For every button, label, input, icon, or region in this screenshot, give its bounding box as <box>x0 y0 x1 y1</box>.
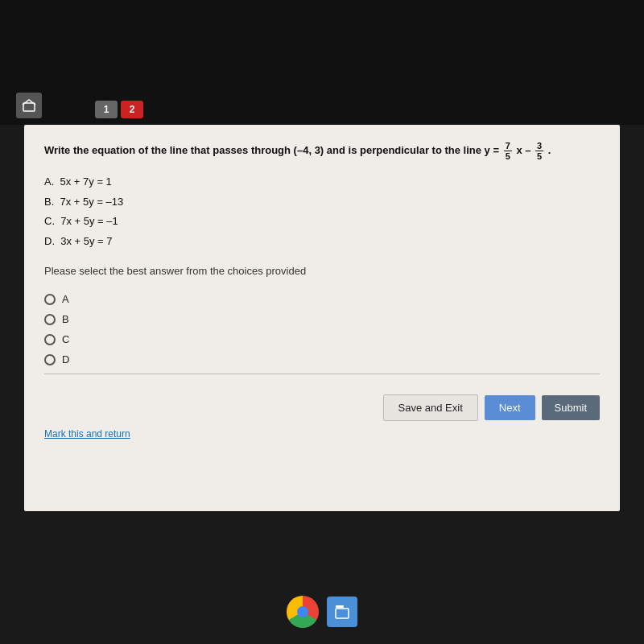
choice-d: D. 3x + 5y = 7 <box>44 233 600 250</box>
choice-a: A. 5x + 7y = 1 <box>44 174 600 190</box>
svg-rect-1 <box>336 605 344 608</box>
radio-item-a[interactable]: A <box>44 293 600 305</box>
next-button[interactable]: Next <box>485 395 535 420</box>
tab-2[interactable]: 2 <box>121 101 143 118</box>
choice-c: C. 7x + 5y = –1 <box>44 213 600 229</box>
tab-container: 1 2 <box>95 101 143 118</box>
radio-c[interactable] <box>44 334 56 345</box>
choices-list: A. 5x + 7y = 1 B. 7x + 5y = –13 C. 7x + … <box>44 174 600 249</box>
radio-b[interactable] <box>44 314 56 325</box>
instruction-text: Please select the best answer from the c… <box>44 265 600 277</box>
radio-item-d[interactable]: D <box>44 353 600 365</box>
mark-link[interactable]: Mark this and return <box>44 428 130 440</box>
choice-b: B. 7x + 5y = –13 <box>44 194 600 210</box>
home-icon[interactable] <box>16 93 42 118</box>
quiz-panel: Write the equation of the line that pass… <box>24 125 620 511</box>
svg-rect-2 <box>336 609 349 618</box>
bottom-dock <box>0 596 644 628</box>
radio-a[interactable] <box>44 294 56 305</box>
separator <box>44 374 600 374</box>
fraction-2: 3 5 <box>535 141 543 161</box>
files-icon[interactable] <box>327 597 357 627</box>
svg-rect-0 <box>23 103 35 111</box>
submit-button[interactable]: Submit <box>542 395 600 420</box>
save-exit-button[interactable]: Save and Exit <box>383 394 478 421</box>
button-bar: Save and Exit Next Submit <box>44 386 600 425</box>
question-text: Write the equation of the line that pass… <box>44 141 600 161</box>
top-bar: 1 2 <box>0 0 644 125</box>
chrome-icon[interactable] <box>287 596 319 628</box>
radio-d[interactable] <box>44 354 56 365</box>
radio-group: A B C D <box>44 293 600 365</box>
tab-1[interactable]: 1 <box>95 101 118 118</box>
radio-item-c[interactable]: C <box>44 333 600 345</box>
radio-item-b[interactable]: B <box>44 313 600 325</box>
fraction-1: 7 5 <box>504 141 512 161</box>
